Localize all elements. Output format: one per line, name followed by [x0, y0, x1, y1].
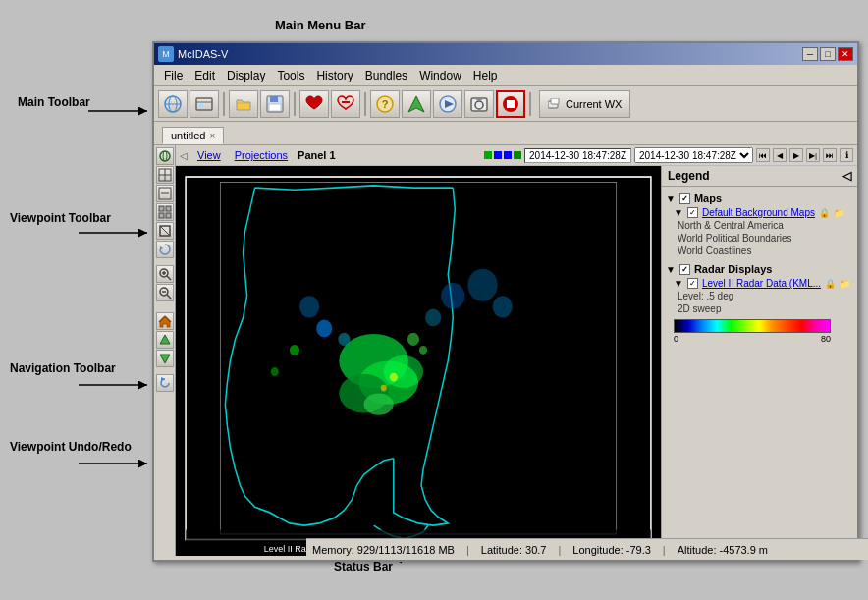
legend-default-bg-maps-item: ▼ ✓ Default Background Maps 🔒 📁	[666, 206, 853, 219]
menu-window[interactable]: Window	[413, 67, 467, 84]
svg-rect-37	[166, 213, 171, 218]
app-icon: M	[158, 46, 174, 62]
new-window-button[interactable]	[190, 90, 219, 118]
status-longitude: Longitude: -79.3	[572, 544, 651, 556]
open-file-button[interactable]	[229, 90, 258, 118]
color-scale-min: 0	[674, 334, 678, 344]
svg-point-63	[425, 309, 441, 327]
toolbar-sep-1	[223, 92, 225, 116]
window-title: McIDAS-V	[178, 48, 228, 60]
svg-rect-24	[507, 100, 515, 108]
animation-color-dots	[484, 151, 521, 159]
stop-button[interactable]	[496, 90, 525, 118]
legend-maps-section: ▼ ✓ Maps ▼ ✓ Default Background Maps 🔒 📁	[666, 191, 853, 257]
anim-to-end-button[interactable]: ⏭	[823, 148, 837, 162]
menu-history[interactable]: History	[310, 67, 358, 84]
svg-rect-22	[476, 97, 482, 100]
menu-display[interactable]: Display	[221, 67, 271, 84]
map-svg	[176, 166, 661, 556]
level2-radar-link[interactable]: Level II Radar Data (KML...	[702, 278, 821, 289]
bg-maps-lock-icon[interactable]: 🔒	[819, 208, 830, 218]
level2-folder-icon[interactable]: 📁	[840, 279, 850, 289]
level2-collapse[interactable]: ▼	[674, 278, 683, 289]
menu-help[interactable]: Help	[467, 67, 504, 84]
vt-zoom-out-button[interactable]	[156, 284, 174, 301]
vt-layout-button[interactable]	[156, 203, 174, 221]
help-button[interactable]: ?	[370, 90, 400, 118]
vt-globe-button[interactable]	[156, 147, 174, 165]
favorite-button[interactable]	[299, 90, 329, 118]
menu-tools[interactable]: Tools	[271, 67, 310, 84]
status-memory: Memory: 929/1113/11618 MB	[312, 544, 455, 556]
animation-button[interactable]	[433, 90, 462, 118]
maps-collapse-button[interactable]: ▼	[666, 193, 676, 204]
level2-lock-icon[interactable]: 🔒	[825, 279, 836, 289]
vt-remove-panel-button[interactable]	[156, 185, 174, 202]
legend-collapse-button[interactable]: ◁	[842, 169, 851, 183]
anim-info-button[interactable]: ℹ	[840, 148, 853, 162]
status-latitude: Latitude: 30.7	[481, 544, 547, 556]
main-toolbar: ? Current WX	[154, 86, 857, 122]
vt-new-panel-button[interactable]	[156, 166, 174, 184]
status-div-1: |	[466, 544, 469, 556]
bg-maps-checkbox[interactable]: ✓	[687, 207, 698, 218]
status-altitude: Altitude: -4573.9 m	[678, 544, 768, 556]
navigate-button[interactable]	[402, 90, 431, 118]
menu-edit[interactable]: Edit	[189, 67, 221, 84]
bg-maps-folder-icon[interactable]: 📁	[834, 208, 844, 218]
anim-next-button[interactable]: ▶|	[806, 148, 820, 162]
bg-maps-link[interactable]: Default Background Maps	[702, 207, 815, 218]
capture-button[interactable]	[464, 90, 494, 118]
nav-home-button[interactable]	[156, 312, 174, 330]
new-display-button[interactable]	[158, 90, 188, 118]
main-toolbar-label: Main Toolbar	[18, 95, 90, 109]
remove-favorite-button[interactable]	[331, 90, 360, 118]
save-button[interactable]	[260, 90, 290, 118]
navigation-toolbar-arrow	[79, 378, 157, 393]
map-display[interactable]: Level II Radar Data (KML_B) - Radar Swee…	[176, 166, 661, 556]
radar-collapse-button[interactable]: ▼	[666, 264, 676, 275]
anim-prev-button[interactable]: ◀	[773, 148, 787, 162]
menu-file[interactable]: File	[158, 67, 189, 84]
untitled-tab[interactable]: untitled ×	[162, 127, 224, 144]
svg-point-58	[384, 355, 423, 388]
maximize-button[interactable]: □	[820, 47, 836, 61]
viewpoint-undo-button[interactable]	[156, 374, 174, 392]
svg-point-66	[493, 296, 513, 317]
undo-redo-arrow	[79, 457, 157, 471]
tab-close-button[interactable]: ×	[209, 131, 215, 141]
svg-point-71	[390, 373, 398, 382]
world-coastlines-item: World Coastlines	[666, 245, 853, 257]
anim-to-start-button[interactable]: ⏮	[756, 148, 770, 162]
animation-time-display: 2014-12-30 18:47:28Z	[524, 148, 631, 163]
dot-3	[504, 151, 512, 159]
map-and-legend-container: ◁ View Projections Panel 1 2014-12-30 18…	[176, 145, 857, 556]
animation-time-dropdown[interactable]: 2014-12-30 18:47:28Z	[634, 147, 753, 163]
current-wx-button[interactable]: Current WX	[539, 90, 630, 118]
vt-rotate-button[interactable]	[156, 241, 174, 258]
vt-zoom-in-button[interactable]	[156, 265, 174, 283]
expand-collapse-icon: ◁	[180, 150, 188, 161]
status-bar: Memory: 929/1113/11618 MB | Latitude: 30…	[306, 538, 868, 560]
svg-marker-51	[160, 355, 170, 363]
tab-name: untitled	[171, 130, 205, 141]
projections-button[interactable]: Projections	[231, 148, 292, 162]
close-button[interactable]: ✕	[838, 47, 853, 61]
nav-up-button[interactable]	[156, 331, 174, 349]
minimize-button[interactable]: ─	[802, 47, 818, 61]
level2-checkbox[interactable]: ✓	[687, 278, 698, 289]
main-window: M McIDAS-V ─ □ ✕ File Edit Display Tools…	[152, 41, 859, 562]
nav-forward-button[interactable]	[156, 350, 174, 367]
anim-play-button[interactable]: ▶	[789, 148, 803, 162]
vt-maximize-button[interactable]	[156, 222, 174, 240]
menu-bundles[interactable]: Bundles	[359, 67, 413, 84]
viewpoint-toolbar-label: Viewpoint Toolbar	[10, 211, 111, 225]
legend-maps-header: ▼ ✓ Maps	[666, 191, 853, 206]
maps-checkbox[interactable]: ✓	[679, 193, 690, 204]
bg-maps-collapse[interactable]: ▼	[674, 207, 683, 218]
view-menu-button[interactable]: View	[193, 148, 225, 162]
radar-checkbox[interactable]: ✓	[679, 264, 690, 275]
titlebar-buttons: ─ □ ✕	[802, 47, 853, 61]
svg-point-28	[163, 151, 167, 161]
svg-rect-26	[551, 98, 559, 104]
